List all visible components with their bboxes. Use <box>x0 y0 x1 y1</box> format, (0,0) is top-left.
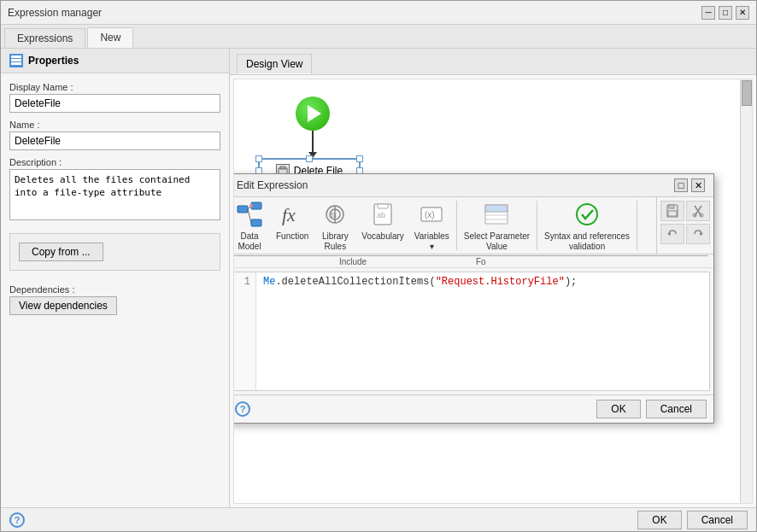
cut-toolbar-button[interactable] <box>686 201 710 221</box>
code-keyword-me: Me <box>263 276 275 288</box>
toolbar-function[interactable]: fx Function <box>271 197 314 254</box>
dialog-bottom-buttons: OK Cancel <box>596 400 707 418</box>
title-bar-buttons: ─ □ ✕ <box>701 6 749 20</box>
line-numbers: 1 <box>233 272 256 390</box>
dialog-ok-button[interactable]: OK <box>596 400 640 418</box>
toolbar-separator-3 <box>637 201 637 250</box>
copy-from-section: Copy from ... <box>9 233 220 271</box>
copy-from-button[interactable]: Copy from ... <box>19 243 103 261</box>
edit-expression-dialog: Edit Expression □ ✕ <box>233 173 714 424</box>
toolbar-data-model[interactable]: DataModel <box>233 197 271 254</box>
dialog-toolbar: DataModel fx Function <box>233 197 656 254</box>
dependencies-label: Dependencies : <box>9 284 220 295</box>
svg-rect-7 <box>251 219 261 226</box>
select-param-label: Select ParameterValue <box>464 231 530 252</box>
bottom-help-icon[interactable]: ? <box>9 512 25 528</box>
svg-rect-27 <box>669 205 674 208</box>
ok-button[interactable]: OK <box>637 511 681 529</box>
minimize-button[interactable]: ─ <box>701 6 715 20</box>
svg-rect-1 <box>11 59 21 61</box>
library-rules-label: LibraryRules <box>322 231 349 252</box>
toolbar-right-row1 <box>660 201 710 221</box>
line-number-1: 1 <box>238 276 250 288</box>
svg-text:fx: fx <box>282 204 296 225</box>
function-label: Function <box>276 231 308 242</box>
view-dependencies-button[interactable]: View dependencies <box>9 296 117 315</box>
title-bar: Expression manager ─ □ ✕ <box>1 1 756 25</box>
main-window: Expression manager ─ □ ✕ Expressions New <box>0 0 757 532</box>
undo-toolbar-button[interactable] <box>660 224 684 244</box>
svg-rect-28 <box>668 211 677 216</box>
tab-new[interactable]: New <box>87 27 133 48</box>
window-title: Expression manager <box>8 7 102 19</box>
syntax-icon <box>572 199 602 230</box>
dialog-help-icon[interactable]: ? <box>235 401 250 417</box>
variables-label: Variables▾ <box>414 231 449 252</box>
display-name-label: Display Name : <box>9 82 220 92</box>
bottom-buttons: OK Cancel <box>637 511 748 529</box>
maximize-button[interactable]: □ <box>719 6 732 20</box>
tab-bar: Expressions New <box>1 25 756 49</box>
toolbar-variables[interactable]: (x) Variables▾ <box>409 197 455 254</box>
description-label: Description : <box>9 157 220 167</box>
design-canvas: Delete File Edit Expression □ ✕ <box>233 79 753 504</box>
svg-rect-5 <box>238 206 248 213</box>
content-area: Properties Display Name : Name : Descrip… <box>1 49 756 507</box>
toolbar-library-rules[interactable]: fx LibraryRules <box>314 197 356 254</box>
close-button[interactable]: ✕ <box>736 6 749 20</box>
data-model-icon <box>234 199 265 230</box>
dialog-title-buttons: □ ✕ <box>674 178 705 192</box>
panel-header: Properties <box>1 49 229 73</box>
redo-toolbar-button[interactable] <box>686 224 710 244</box>
dialog-bottom: ? OK Cancel <box>233 395 713 423</box>
dialog-code-area[interactable]: 1 Me.deleteAllCollectionItems("Request.H… <box>233 272 710 391</box>
dialog-title-text: Edit Expression <box>237 179 308 191</box>
svg-line-9 <box>248 209 251 223</box>
variables-icon: (x) <box>416 199 447 230</box>
description-textarea[interactable] <box>9 169 220 220</box>
fo-section-label: Fo <box>472 255 708 266</box>
dependencies-section: Dependencies : View dependencies <box>9 284 220 315</box>
design-view-tab[interactable]: Design View <box>237 54 312 74</box>
name-input[interactable] <box>9 132 220 150</box>
name-label: Name : <box>9 120 220 130</box>
toolbar-right-group <box>656 197 713 254</box>
dialog-overlay: Edit Expression □ ✕ <box>234 79 752 503</box>
display-name-field: Display Name : <box>9 82 220 113</box>
toolbar-right-row2 <box>660 224 710 244</box>
code-string-arg: "Request.HistoryFile" <box>436 276 565 288</box>
left-panel: Properties Display Name : Name : Descrip… <box>1 49 230 507</box>
toolbar-separator-2 <box>537 201 537 250</box>
svg-point-10 <box>249 204 253 208</box>
vocabulary-icon: ab <box>367 199 398 230</box>
tab-expressions[interactable]: Expressions <box>4 28 85 48</box>
code-content[interactable]: Me.deleteAllCollectionItems("Request.His… <box>256 272 709 390</box>
syntax-label: Syntax and referencesvalidation <box>544 231 630 252</box>
include-section-bar: Include Fo <box>233 254 713 268</box>
svg-rect-22 <box>485 205 508 212</box>
save-toolbar-button[interactable] <box>660 201 684 221</box>
toolbar-syntax[interactable]: Syntax and referencesvalidation <box>539 197 635 254</box>
right-panel: Design View <box>230 49 756 507</box>
bottom-bar: ? OK Cancel <box>1 507 756 531</box>
svg-rect-2 <box>11 62 21 65</box>
description-field: Description : <box>9 157 220 223</box>
cancel-button[interactable]: Cancel <box>687 511 748 529</box>
function-icon: fx <box>277 199 308 230</box>
properties-icon <box>9 54 23 67</box>
svg-rect-0 <box>11 56 21 58</box>
dialog-minimize-button[interactable]: □ <box>674 178 688 192</box>
toolbar-select-param[interactable]: Select ParameterValue <box>459 197 535 254</box>
library-rules-icon: fx <box>320 199 350 230</box>
panel-title: Properties <box>28 55 79 67</box>
dialog-title-bar: Edit Expression □ ✕ <box>233 174 713 197</box>
dialog-cancel-button[interactable]: Cancel <box>646 400 707 418</box>
svg-text:ab: ab <box>377 211 385 219</box>
code-method: deleteAllCollectionItems <box>282 276 430 288</box>
dialog-close-button[interactable]: ✕ <box>691 178 705 192</box>
svg-rect-17 <box>378 204 388 208</box>
select-param-icon <box>481 199 512 230</box>
display-name-input[interactable] <box>9 94 220 113</box>
dialog-toolbar-wrapper: DataModel fx Function <box>233 197 713 254</box>
toolbar-vocabulary[interactable]: ab Vocabulary <box>356 197 408 254</box>
